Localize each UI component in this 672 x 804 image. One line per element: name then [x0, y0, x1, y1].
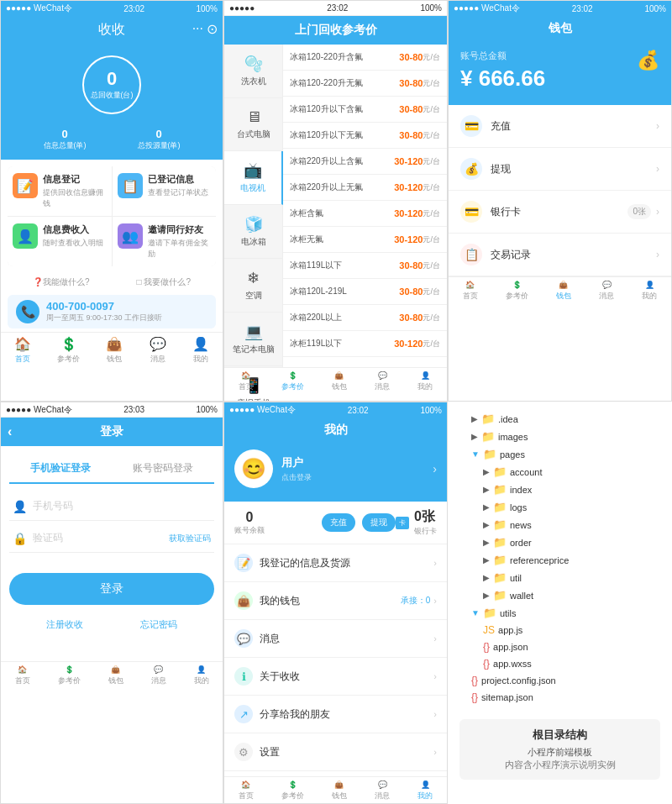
code-input[interactable]: 验证码	[33, 531, 164, 545]
nav-home-3[interactable]: 🏠 首页	[463, 281, 478, 302]
home-nav-icon-5: 🏠	[241, 780, 250, 789]
grid-item-registered[interactable]: 📋 已登记信息 查看登记订单状态	[113, 166, 217, 216]
nav-home-2[interactable]: 🏠 首页	[239, 371, 254, 392]
nav-price-4[interactable]: 💲 参考价	[58, 665, 81, 686]
tab-account-login[interactable]: 账号密码登录	[112, 455, 214, 482]
tree-item-appwxss[interactable]: {} app.wxss	[459, 655, 660, 672]
nav-price-3[interactable]: 💲 参考价	[506, 281, 528, 302]
help-left[interactable]: ❓我能做什么?	[33, 276, 90, 288]
nav-price-2[interactable]: 💲 参考价	[281, 371, 304, 392]
nav-wallet-3[interactable]: 👜 钱包	[556, 281, 571, 302]
price-row-1: 冰箱120-220升无氟 30-80 元/台	[283, 71, 447, 97]
json-icon-sitemap: {}	[471, 691, 478, 703]
profile-section[interactable]: 😊 用户 点击登录 ›	[224, 443, 447, 502]
nav-mine-4[interactable]: 👤 我的	[194, 665, 209, 686]
nav-msg-3[interactable]: 💬 消息	[599, 281, 614, 302]
nav-mine-2[interactable]: 👤 我的	[417, 371, 433, 392]
nav-msg-2[interactable]: 💬 消息	[375, 371, 390, 392]
menu-withdraw[interactable]: 💰 提现 ›	[449, 148, 671, 191]
tree-item-utils[interactable]: ▼ 📁 utils	[459, 604, 660, 622]
get-code-button[interactable]: 获取验证码	[169, 533, 211, 544]
menu-transactions[interactable]: 📋 交易记录 ›	[449, 234, 671, 276]
withdraw-button[interactable]: 提现	[362, 513, 396, 532]
folder-icon-index: 📁	[493, 483, 507, 496]
forgot-password-link[interactable]: 忘记密码	[140, 618, 177, 631]
grid-item-income[interactable]: 👤 信息费收入 随时查看收入明细	[8, 217, 112, 266]
menu-row-wallet[interactable]: 👜 我的钱包 承接：0 ›	[224, 582, 447, 620]
price-row-8: 冰箱119L以下 30-80 元/台	[283, 253, 447, 279]
menu-bankcard[interactable]: 💳 银行卡 0张 ›	[449, 191, 671, 234]
menu-row-share[interactable]: ↗ 分享给我的朋友 ›	[224, 696, 447, 733]
nav-mine-5[interactable]: 👤 我的	[417, 780, 433, 801]
grid-item-register[interactable]: 📝 信息登记 提供回收信息赚佣钱	[8, 166, 112, 216]
chevron-wallet: ›	[433, 596, 437, 606]
nav-price-1[interactable]: 💲 参考价	[57, 336, 80, 365]
nav-mine-1[interactable]: 👤 我的	[192, 336, 209, 365]
tree-item-referenceprice[interactable]: ▶ 📁 referenceprice	[459, 551, 660, 569]
tree-item-appjs[interactable]: JS app.js	[459, 622, 660, 638]
login-button[interactable]: 登录	[9, 573, 214, 605]
wallet-nav-icon-4: 👜	[111, 665, 120, 674]
scan-icon[interactable]: ⊙	[207, 21, 218, 37]
nav-home-1[interactable]: 🏠 首页	[14, 336, 31, 365]
nav-wallet-5[interactable]: 👜 钱包	[332, 780, 347, 801]
tab-desktop[interactable]: 🖥 台式电脑	[224, 98, 282, 151]
arrow-order: ▶	[483, 538, 490, 547]
menu-row-message[interactable]: 💬 消息 ›	[224, 620, 447, 658]
nav-wallet-4[interactable]: 👜 钱包	[108, 665, 123, 686]
menu-icon[interactable]: ···	[192, 21, 203, 37]
tree-item-idea[interactable]: ▶ 📁 .idea	[459, 410, 660, 428]
tree-item-logs[interactable]: ▶ 📁 logs	[459, 498, 660, 516]
menu-row-about[interactable]: ℹ 关于收收 ›	[224, 658, 447, 696]
tree-item-account[interactable]: ▶ 📁 account	[459, 463, 660, 481]
hotline-number[interactable]: 400-700-0097	[46, 300, 162, 313]
collapse-arrow-idea: ▶	[471, 414, 478, 423]
chevron-message: ›	[433, 633, 437, 644]
home-title: 收收	[98, 21, 125, 39]
code-input-icon: 🔒	[13, 532, 28, 545]
menu-row-info[interactable]: 📝 我登记的信息及货源 ›	[224, 544, 447, 582]
tree-item-projectjson[interactable]: {} project.config.json	[459, 672, 660, 689]
nav-wallet-2[interactable]: 👜 钱包	[332, 371, 347, 392]
menu-recharge[interactable]: 💳 充值 ›	[449, 105, 671, 148]
recharge-button[interactable]: 充值	[322, 513, 355, 532]
status-bar-3: ●●●●● WeChat令 23:02 100%	[449, 1, 671, 16]
help-right[interactable]: □ 我要做什么?	[137, 276, 191, 288]
panel-file-tree: ▶ 📁 .idea ▶ 📁 images ▼ 📁 pages ▶ 📁 accou…	[448, 402, 672, 804]
tree-item-wallet[interactable]: ▶ 📁 wallet	[459, 586, 660, 604]
phone-input[interactable]: 手机号码	[33, 499, 211, 513]
tab-fridge[interactable]: 🧊 电冰箱	[224, 205, 282, 259]
tab-washer[interactable]: 🫧 洗衣机	[224, 45, 282, 98]
panel-price: ●●●●● 23:02 100% 上门回收参考价 🫧 洗衣机 🖥 台式电脑 📺 …	[223, 0, 448, 402]
tab-ac[interactable]: ❄ 空调	[224, 259, 282, 313]
status-signal-3: ●●●●● WeChat令	[454, 3, 520, 14]
tree-item-pages[interactable]: ▼ 📁 pages	[459, 445, 660, 463]
tab-laptop[interactable]: 💻 笔记本电脑	[224, 313, 282, 366]
nav-home-4[interactable]: 🏠 首页	[15, 665, 30, 686]
nav-msg-4[interactable]: 💬 消息	[151, 665, 166, 686]
nav-msg-1[interactable]: 💬 消息	[150, 336, 166, 365]
tree-item-order[interactable]: ▶ 📁 order	[459, 533, 660, 551]
menu-row-settings[interactable]: ⚙ 设置 ›	[224, 733, 447, 771]
back-icon[interactable]: ‹	[8, 424, 12, 439]
nav-mine-3[interactable]: 👤 我的	[642, 281, 657, 302]
wallet-balance-info: 0 账号余额	[234, 510, 322, 536]
tree-item-util[interactable]: ▶ 📁 util	[459, 569, 660, 586]
tree-item-appjson[interactable]: {} app.json	[459, 638, 660, 655]
grid-item-invite[interactable]: 👥 邀请同行好友 邀请下单有佣金奖励	[113, 217, 217, 266]
chevron-right-3: ›	[656, 249, 659, 260]
nav-wallet-1[interactable]: 👜 钱包	[106, 336, 123, 365]
tree-item-sitemapjson[interactable]: {} sitemap.json	[459, 689, 660, 706]
tree-item-index[interactable]: ▶ 📁 index	[459, 481, 660, 498]
tab-tv[interactable]: 📺 电视机	[224, 151, 283, 205]
tree-item-images[interactable]: ▶ 📁 images	[459, 428, 660, 445]
tab-phone-login[interactable]: 手机验证登录	[9, 455, 112, 484]
tree-item-news[interactable]: ▶ 📁 news	[459, 516, 660, 533]
nav-msg-5[interactable]: 💬 消息	[375, 780, 390, 801]
login-title: 登录	[100, 424, 123, 439]
register-link[interactable]: 注册收收	[46, 618, 83, 631]
nav-home-5[interactable]: 🏠 首页	[239, 780, 254, 801]
price-table: 🫧 洗衣机 🖥 台式电脑 📺 电视机 🧊 电冰箱 ❄ 空调	[224, 45, 447, 367]
nav-price-5[interactable]: 💲 参考价	[281, 780, 304, 801]
status-battery-5: 100%	[420, 406, 442, 415]
